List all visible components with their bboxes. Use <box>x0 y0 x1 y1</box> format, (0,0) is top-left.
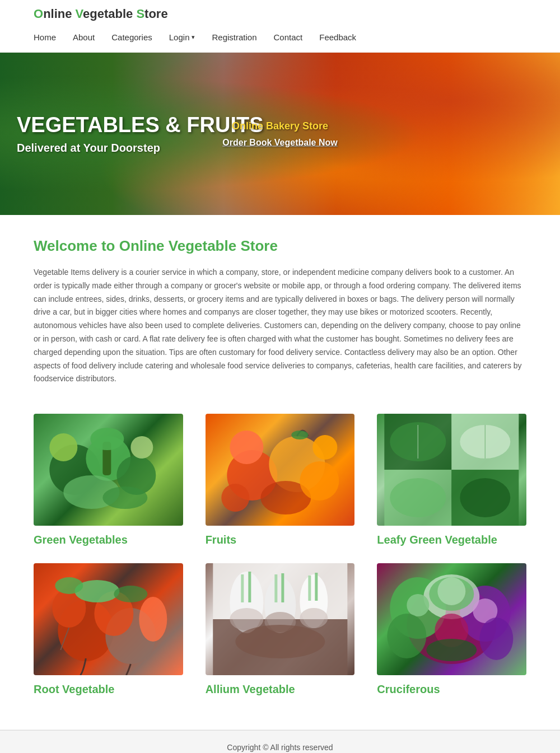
root-image <box>34 563 183 675</box>
site-logo: Online Vegetable Store <box>34 7 526 21</box>
site-footer: Copyright © All rights reserved <box>0 730 560 753</box>
nav-contact[interactable]: Contact <box>274 32 303 42</box>
svg-point-11 <box>230 431 263 464</box>
category-fruits[interactable]: Fruits <box>206 414 355 546</box>
main-content: Welcome to Online Vegetable Store Vegeta… <box>11 215 549 729</box>
hero-banner: VEGETABLES & FRUITS Delivered at Your Do… <box>0 53 560 215</box>
svg-point-56 <box>438 577 466 605</box>
svg-point-14 <box>291 431 308 439</box>
allium-title: Allium Vegetable <box>206 683 355 696</box>
svg-rect-46 <box>281 573 284 602</box>
svg-point-16 <box>312 435 337 460</box>
fruits-image <box>206 414 355 526</box>
welcome-title: Welcome to Online Vegetable Store <box>34 237 526 255</box>
svg-point-59 <box>388 614 427 658</box>
svg-rect-47 <box>308 576 311 601</box>
category-root[interactable]: Root Vegetable <box>34 563 183 696</box>
category-leafy[interactable]: Leafy Green Vegetable <box>377 414 526 546</box>
site-header: Online Vegetable Store Home About Catego… <box>0 0 560 53</box>
footer-copyright: Copyright © All rights reserved <box>227 743 333 752</box>
nav-registration[interactable]: Registration <box>212 32 256 42</box>
nav-home[interactable]: Home <box>34 32 56 42</box>
nav-login[interactable]: Login ▾ <box>169 32 195 42</box>
nav-feedback[interactable]: Feedback <box>319 32 356 42</box>
leafy-image <box>377 414 526 526</box>
svg-rect-48 <box>315 573 318 601</box>
svg-rect-44 <box>248 572 251 602</box>
categories-grid: Green Vegetables Fruits <box>34 414 526 718</box>
green-veg-title: Green Vegetables <box>34 534 183 546</box>
cruciferous-image <box>377 563 526 675</box>
svg-point-6 <box>90 428 124 450</box>
svg-rect-43 <box>241 574 244 602</box>
svg-rect-45 <box>274 574 277 602</box>
svg-point-4 <box>49 433 77 461</box>
svg-point-23 <box>390 478 446 517</box>
nav-categories[interactable]: Categories <box>111 32 152 42</box>
svg-point-8 <box>102 487 147 509</box>
root-title: Root Vegetable <box>34 683 183 696</box>
allium-image <box>206 563 355 675</box>
svg-point-50 <box>235 625 325 658</box>
svg-point-24 <box>460 478 511 517</box>
main-nav: Home About Categories Login ▾ Registrati… <box>34 27 526 45</box>
svg-point-34 <box>139 597 167 642</box>
svg-point-32 <box>55 577 83 594</box>
svg-point-13 <box>300 461 339 501</box>
svg-point-7 <box>130 436 153 459</box>
svg-point-57 <box>407 594 430 616</box>
cruciferous-title: Cruciferous <box>377 683 526 696</box>
leafy-title: Leafy Green Vegetable <box>377 534 526 546</box>
svg-point-33 <box>114 586 147 602</box>
hero-bakery-label: Online Bakery Store <box>222 120 337 132</box>
category-allium[interactable]: Allium Vegetable <box>206 563 355 696</box>
welcome-body: Vegetable Items delivery is a courier se… <box>34 266 526 386</box>
hero-center-text: Online Bakery Store Order Book Vegetbale… <box>222 120 337 148</box>
green-veg-image <box>34 414 183 526</box>
svg-point-60 <box>480 618 514 660</box>
category-cruciferous[interactable]: Cruciferous <box>377 563 526 696</box>
fruits-title: Fruits <box>206 534 355 546</box>
order-now-button[interactable]: Order Book Vegetbale Now <box>222 138 337 148</box>
svg-point-62 <box>427 639 477 661</box>
category-green-veg[interactable]: Green Vegetables <box>34 414 183 546</box>
svg-point-15 <box>221 484 249 512</box>
chevron-down-icon: ▾ <box>192 34 195 41</box>
nav-about[interactable]: About <box>73 32 95 42</box>
